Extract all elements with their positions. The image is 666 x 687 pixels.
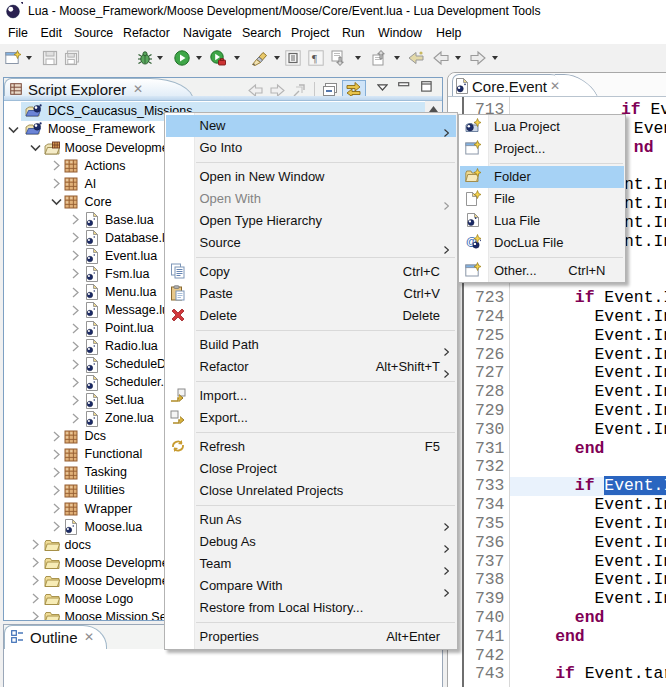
svg-text:¶: ¶ bbox=[312, 52, 317, 64]
